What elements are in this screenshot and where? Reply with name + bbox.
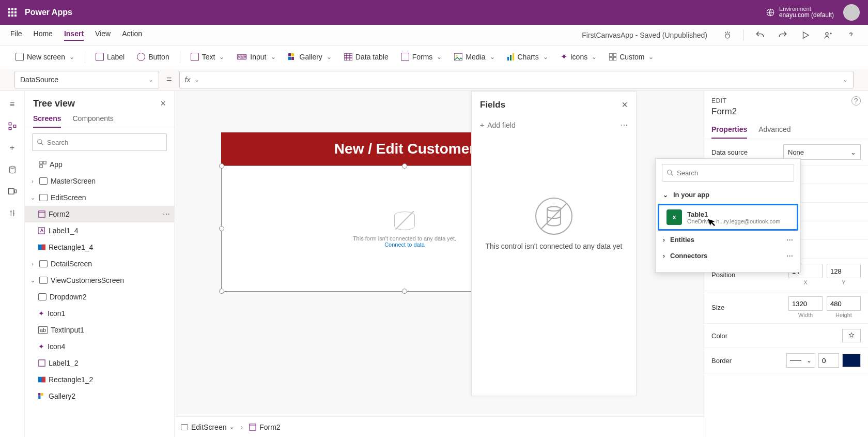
tree-node-form2[interactable]: Form2⋯ [25,206,174,222]
hamburger-icon[interactable]: ≡ [7,99,18,110]
tree-node-master[interactable]: ›MasterScreen [25,173,174,189]
menu-home[interactable]: Home [34,29,53,41]
close-icon[interactable]: × [622,99,628,111]
redo-icon[interactable] [776,28,789,42]
more-icon[interactable]: ⋯ [621,121,628,129]
tree-node-textinput1[interactable]: abTextInput1 [25,322,174,338]
tab-components[interactable]: Components [72,114,113,128]
advanced-tools-icon[interactable] [7,208,18,218]
tab-screens[interactable]: Screens [33,114,61,128]
save-status: FirstCanvasApp - Saved (Unpublished) [582,31,707,39]
tree-node-rect14[interactable]: Rectangle1_4 [25,239,174,255]
tree-node-dropdown2[interactable]: Dropdown2 [25,289,174,305]
border-style-select[interactable]: ⌄ [786,353,815,368]
border-color-swatch[interactable] [842,354,861,367]
more-icon[interactable]: ⋯ [786,236,793,244]
border-width-input[interactable] [818,353,839,368]
more-icon[interactable]: ⋯ [163,210,170,218]
resize-handle[interactable] [402,289,407,294]
resize-handle[interactable] [402,163,407,169]
textinput-icon: ab [38,326,48,334]
app-icon [39,161,47,168]
tree-node-label14[interactable]: Label1_4 [25,222,174,239]
input-button[interactable]: ⌨ Input [231,51,281,63]
media-rail-icon[interactable] [7,186,18,197]
menu-file[interactable]: File [10,29,22,41]
tree-view-icon[interactable] [7,121,18,131]
ds-section-in-app[interactable]: ⌄ In your app [656,187,800,203]
ds-item-table1[interactable]: x Table1 OneDrive - h...ry.legge@outlook… [658,204,798,231]
data-table-button[interactable]: Data table [339,51,394,63]
custom-button[interactable]: Custom [604,51,659,63]
ds-section-entities[interactable]: › Entities ⋯ [656,232,800,248]
menu-view[interactable]: View [95,29,111,41]
info-icon[interactable]: ? [851,96,861,106]
more-icon[interactable]: ⋯ [786,252,793,260]
button-button[interactable]: Button [132,51,174,63]
tree-node-label12[interactable]: Label1_2 [25,355,174,371]
breadcrumb-editscreen[interactable]: EditScreen ⌄ [181,423,234,431]
insert-icon[interactable]: + [7,143,18,153]
environment-name: enayu.com (default) [779,12,834,19]
menu-insert[interactable]: Insert [64,29,84,41]
tree-node-icon4[interactable]: ✦Icon4 [25,338,174,355]
charts-button[interactable]: Charts [502,51,553,63]
tree-search[interactable] [32,133,167,151]
tree-node-gallery2[interactable]: Gallery2 [25,388,174,404]
help-icon[interactable] [844,28,858,42]
ribbon-text-label: Text [202,53,215,61]
forms-button[interactable]: Forms [396,51,447,63]
screen-icon [181,424,188,430]
svg-rect-11 [510,55,512,61]
connect-link[interactable]: Connect to data [384,242,425,248]
tree-node-view[interactable]: ⌄ViewCustomersScreen [25,272,174,289]
menu-action[interactable]: Action [122,29,142,41]
breadcrumb-form2[interactable]: Form2 [249,423,280,431]
close-icon[interactable]: × [160,98,166,109]
property-select[interactable]: DataSource ⌄ [14,71,159,88]
data-source-select[interactable]: None ⌄ [783,144,861,160]
media-button[interactable]: Media [449,51,500,63]
share-icon[interactable] [822,28,835,42]
resize-handle[interactable] [219,289,224,294]
svg-rect-33 [42,377,45,383]
chevron-down-icon: ⌄ [194,76,199,83]
width-input[interactable] [788,296,823,311]
position-y-input[interactable] [827,264,861,278]
undo-icon[interactable] [753,28,767,42]
text-icon [191,53,199,61]
formula-input[interactable]: fx ⌄ ⌄ [179,71,854,88]
resize-handle[interactable] [219,226,224,231]
label-button[interactable]: Label [90,51,130,63]
ds-section-connectors[interactable]: › Connectors ⋯ [656,248,800,264]
svg-rect-22 [14,190,16,193]
screen-icon [39,194,48,201]
color-swatch[interactable] [842,329,861,342]
tab-advanced[interactable]: Advanced [758,121,791,139]
ds-search-input[interactable] [677,169,789,177]
data-icon[interactable] [7,164,18,175]
tree-node-detail[interactable]: ›DetailScreen [25,255,174,272]
tree-node-icon1[interactable]: ✦Icon1 [25,305,174,322]
height-input[interactable] [827,296,861,311]
tab-properties[interactable]: Properties [711,121,747,139]
waffle-icon[interactable] [8,8,17,17]
formula-bar: DataSource ⌄ = fx ⌄ ⌄ [0,68,868,91]
chevron-down-icon[interactable]: ⌄ [843,76,848,83]
text-button[interactable]: Text [185,51,230,63]
tree-title: Tree view [33,98,75,109]
tree-search-input[interactable] [47,139,162,146]
add-field-button[interactable]: + Add field [480,121,516,129]
tree-node-app[interactable]: App [25,156,174,173]
new-screen-button[interactable]: New screen [10,51,80,63]
ds-search[interactable] [662,164,794,182]
environment-picker[interactable]: Environment enayu.com (default) [766,6,834,19]
tree-node-edit[interactable]: ⌄EditScreen [25,189,174,206]
play-icon[interactable] [799,28,812,42]
avatar[interactable] [843,4,860,21]
tree-node-rect12[interactable]: Rectangle1_2 [25,371,174,388]
resize-handle[interactable] [219,163,224,169]
app-checker-icon[interactable] [721,28,734,42]
icons-button[interactable]: ✦ Icons [555,50,602,64]
gallery-button[interactable]: Gallery [283,51,337,63]
